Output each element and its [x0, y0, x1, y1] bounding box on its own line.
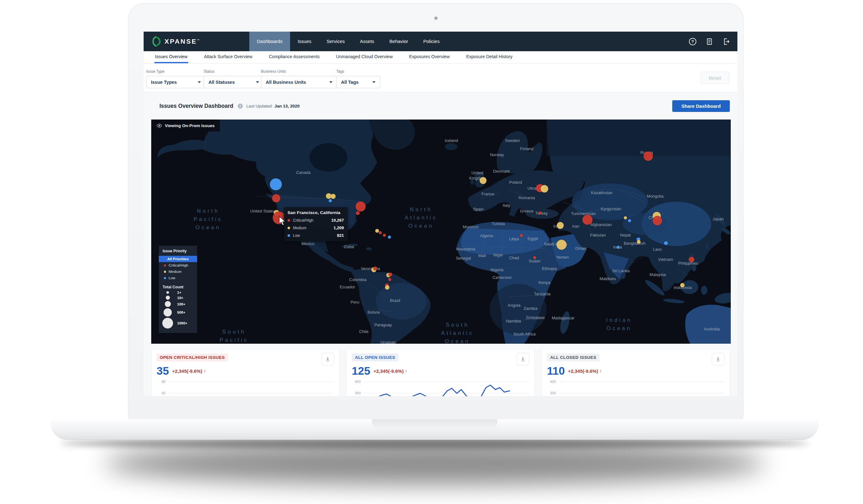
nav-item-behavior[interactable]: Behavior	[382, 32, 416, 51]
map-issue-marker-red[interactable]	[355, 201, 366, 212]
legend-all-priorities[interactable]: All Priorities	[159, 256, 197, 262]
reset-button[interactable]: Reset	[701, 72, 729, 84]
info-icon[interactable]	[238, 103, 243, 109]
download-icon-button[interactable]	[516, 353, 529, 366]
brand-name: XPANSE™	[164, 38, 200, 45]
nav-item-services[interactable]: Services	[319, 32, 352, 51]
map-issue-marker-yellow[interactable]	[479, 177, 487, 184]
map-country-label-france: France	[481, 191, 494, 197]
laptop-shadow	[104, 442, 765, 485]
card-title-badge: ALL CLOSED ISSUES	[547, 353, 600, 362]
issues-world-map[interactable]: CanadaUnited StatesMexicoCubaVenezuelaCo…	[151, 119, 731, 344]
status-dropdown[interactable]: All Statuses	[204, 76, 264, 88]
tab-issues-overview[interactable]: Issues Overview	[154, 51, 188, 63]
map-issue-marker-red[interactable]	[356, 211, 360, 215]
map-country-label-ecuador: Ecuador	[340, 284, 355, 290]
map-country-label-turkmenistan: Turkmenistan	[571, 211, 596, 216]
map-issue-marker-red[interactable]	[653, 216, 662, 225]
map-issue-marker-red[interactable]	[538, 212, 541, 215]
nav-item-assets[interactable]: Assets	[352, 32, 382, 51]
size-circle-box	[162, 301, 173, 307]
legend-size-row: 10+	[159, 295, 197, 300]
business-units-dropdown[interactable]: All Business Units	[261, 76, 337, 88]
map-country-label-namibia: Namibia	[506, 318, 521, 324]
tab-attack-surface-overview[interactable]: Attack Surface Overview	[203, 51, 253, 63]
filter-label: Tags	[336, 69, 380, 74]
map-issue-marker-red[interactable]	[583, 215, 592, 225]
map-country-label-nigeria: Nigeria	[490, 267, 503, 273]
sparkline-path	[364, 385, 510, 396]
map-issue-marker-red[interactable]	[520, 234, 523, 237]
map-country-label-australia: Australia	[704, 326, 720, 332]
release-notes-icon[interactable]	[705, 37, 714, 46]
map-issue-marker-blue[interactable]	[616, 246, 620, 249]
y-tick: 400	[352, 380, 361, 383]
map-issue-marker-red[interactable]	[533, 256, 536, 259]
size-circle-icon	[166, 291, 169, 294]
nav-item-dashboards[interactable]: Dashboards	[249, 32, 290, 51]
map-issue-marker-blue[interactable]	[388, 236, 391, 239]
stat-card-all-closed: ALL CLOSED ISSUES 110 +2,345(-9.6%)↑	[541, 349, 730, 396]
map-issue-marker-yellow[interactable]	[680, 283, 685, 287]
priority-dot-icon	[164, 277, 166, 279]
stat-cards-row: OPEN CRITICAL/HIGH ISSUES 35 +2,345(-9.6…	[151, 349, 730, 396]
tab-exposure-detail-history[interactable]: Exposure Detail History	[466, 51, 513, 63]
share-dashboard-button[interactable]: Share Dashboard	[672, 100, 730, 112]
map-issue-marker-red[interactable]	[373, 266, 377, 270]
legend-priority-medium[interactable]: Medium	[159, 268, 197, 275]
map-issue-marker-blue[interactable]	[664, 241, 668, 245]
nav-item-issues[interactable]: Issues	[290, 32, 319, 51]
map-issue-marker-red[interactable]	[388, 278, 391, 281]
brand-logo[interactable]: XPANSE™	[152, 32, 200, 51]
map-country-label-senegal: Senegal	[456, 255, 471, 261]
map-country-label-laos: Laos	[653, 247, 662, 252]
download-icon-button[interactable]	[322, 353, 334, 366]
map-country-label-vietnam: Vietnam	[658, 257, 673, 262]
size-circle-box	[162, 291, 173, 294]
legend-priority-critical-high[interactable]: Critical/High	[159, 262, 197, 268]
card-title-badge: OPEN CRITICAL/HIGH ISSUES	[157, 353, 228, 362]
y-tick: 300	[547, 391, 556, 395]
map-ocean-label: North Pacific Ocean	[193, 207, 223, 232]
map-issue-marker-red[interactable]	[388, 273, 392, 276]
tags-dropdown[interactable]: All Tags	[336, 76, 380, 88]
chevron-down-icon	[372, 81, 375, 83]
map-issue-marker-yellow[interactable]	[556, 240, 566, 250]
map-issue-marker-red[interactable]	[689, 257, 695, 262]
map-issue-marker-red[interactable]	[383, 234, 386, 237]
size-circle-box	[162, 308, 173, 316]
help-icon[interactable]: ?	[688, 37, 697, 46]
laptop-frame: XPANSE™ DashboardsIssuesServicesAssetsBe…	[128, 3, 743, 420]
map-issue-marker-red[interactable]	[643, 151, 653, 161]
legend-size-row: 1000+	[159, 318, 197, 328]
map-issue-marker-yellow[interactable]	[637, 240, 641, 244]
map-country-label-sri-lanka: Sri Lanka	[612, 268, 630, 274]
map-issue-marker-blue[interactable]	[329, 199, 332, 202]
last-updated-value: Jan 13, 2020	[275, 104, 300, 109]
dashboard-header: Issues Overview Dashboard Last Updated: …	[143, 92, 737, 119]
map-issue-marker-blue[interactable]	[270, 178, 282, 190]
legend-priority-low[interactable]: Low	[159, 275, 197, 281]
tab-exposures-overview[interactable]: Exposures Overview	[409, 51, 450, 63]
map-issue-marker-yellow[interactable]	[330, 194, 336, 199]
map-issue-marker-yellow[interactable]	[624, 216, 627, 219]
map-issue-marker-yellow[interactable]	[557, 222, 564, 229]
tab-compliance-assessments[interactable]: Compliance Assessments	[268, 51, 320, 63]
map-country-label-angola: Angola	[508, 303, 521, 308]
map-issue-marker-red[interactable]	[379, 231, 382, 234]
map-country-label-greece: Greece	[520, 209, 534, 214]
tooltip-row-value: 821	[337, 233, 344, 238]
size-circle-box	[162, 318, 173, 328]
map-country-label-mauritania: Mauritania	[456, 246, 475, 252]
map-issue-marker-yellow[interactable]	[541, 185, 548, 192]
filter-label: Issue Type	[146, 69, 205, 74]
map-issue-marker-yellow[interactable]	[385, 285, 389, 290]
logout-icon[interactable]	[722, 37, 730, 46]
map-issue-marker-red[interactable]	[272, 194, 280, 202]
laptop-base-notch	[372, 419, 497, 429]
map-issue-marker-blue[interactable]	[628, 219, 631, 222]
download-icon-button[interactable]	[712, 353, 724, 366]
issue-type-dropdown[interactable]: Issue Types	[146, 76, 205, 88]
tab-unmanaged-cloud-overview[interactable]: Unmanaged Cloud Overview	[335, 51, 393, 63]
nav-item-policies[interactable]: Policies	[416, 32, 447, 51]
